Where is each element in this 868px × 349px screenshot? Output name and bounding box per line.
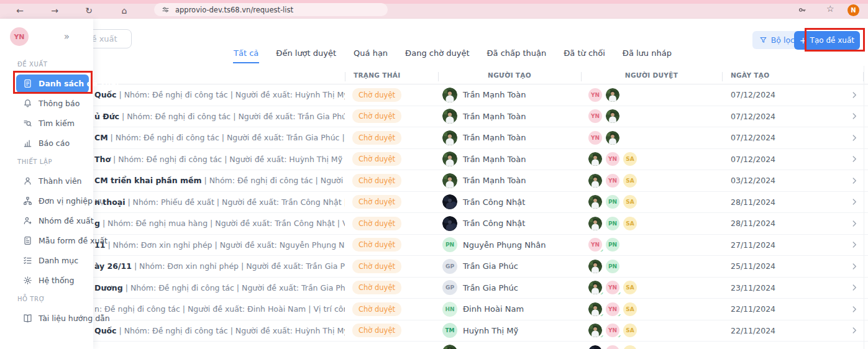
tab-dang-cho-duyet[interactable]: Đang chờ duyệt xyxy=(404,46,470,63)
request-title: Dương | Nhóm: Đề nghị đi công tác | Ngườ… xyxy=(93,283,345,292)
create-button-label: Tạo đề xuất xyxy=(810,36,854,45)
status-cell: Chờ duyệt xyxy=(345,88,438,102)
avatar-initials: PN xyxy=(606,195,619,209)
approvers-cell: YNSA xyxy=(581,174,722,188)
table-row[interactable]: g | Nhóm: Đề nghị mua hàng | Người đề xu… xyxy=(93,213,868,235)
forward-icon[interactable]: → xyxy=(48,4,62,17)
chevron-right-icon[interactable] xyxy=(850,326,859,335)
tab-da-tu-choi[interactable]: Đã từ chối xyxy=(563,46,606,63)
tab-den-luot-duyet[interactable]: Đến lượt duyệt xyxy=(275,46,337,63)
chevron-right-icon[interactable] xyxy=(850,219,859,228)
table-row[interactable]: n: Đề nghị đi công tác | Người đề xuất: … xyxy=(93,299,868,320)
status-cell: Chờ duyệt xyxy=(345,324,438,337)
date-cell: 07/12/2024 xyxy=(722,155,868,164)
table-row[interactable]: Thơ | Nhóm: Đề nghị đi công tác | Người … xyxy=(93,149,868,171)
creator-cell: Trần Công Nhật xyxy=(438,194,581,209)
table-row[interactable]: 11 | Nhóm: Đơn xin nghỉ phép | Người đề … xyxy=(93,235,868,256)
chevron-right-icon[interactable] xyxy=(850,197,859,206)
table-row[interactable]: n thoại | Nhóm: Phiếu đề xuất | Người đề… xyxy=(93,192,868,214)
tab-da-luu-nhap[interactable]: Đã lưu nháp xyxy=(622,46,672,63)
chevron-right-icon[interactable] xyxy=(850,91,859,99)
sidebar-item-bao-cao[interactable]: Báo cáo xyxy=(16,134,89,152)
collapse-sidebar-icon[interactable]: » xyxy=(64,31,70,42)
sidebar-item-don-vi-nghiep-vu[interactable]: Đơn vị nghiệp vụ xyxy=(16,192,89,210)
gear-icon xyxy=(23,276,32,285)
sidebar-item-tai-lieu-huong-dan[interactable]: Tài liệu hướng dẫn xyxy=(16,309,89,327)
avatar-photo xyxy=(588,152,602,166)
sidebar-item-label: Mẫu form đề xuất xyxy=(39,236,107,245)
site-info-icon[interactable] xyxy=(162,6,170,14)
check-icon: ✓ xyxy=(617,291,621,294)
creator-cell: PNNguyễn Phụng Nhân xyxy=(438,237,581,252)
date-cell: 22/11/2024 xyxy=(722,326,868,335)
request-title: CM triển khai phần mềm | Nhóm: Đề nghị đ… xyxy=(93,176,345,185)
password-key-icon[interactable] xyxy=(798,5,807,14)
chevron-right-icon[interactable] xyxy=(850,176,859,185)
avatar-initials: YN xyxy=(588,109,602,123)
home-icon[interactable]: ⌂ xyxy=(117,4,131,17)
creator-name: Trần Mạnh Toàn xyxy=(463,155,526,164)
tab-tat-ca[interactable]: Tất cả xyxy=(233,46,259,63)
date-cell: 07/12/2024 xyxy=(722,90,868,99)
table-body: Quốc | Nhóm: Đề nghị đi công tác | Người… xyxy=(93,84,868,349)
date-cell: 23/11/2024 xyxy=(722,283,868,292)
chevron-right-icon[interactable] xyxy=(850,262,859,271)
table-row[interactable]: Quốc | Nhóm: Đề nghị đi công tác | Người… xyxy=(93,84,868,106)
table-row[interactable]: CM triển khai phần mềm | Nhóm: Đề nghị đ… xyxy=(93,170,868,192)
chevron-right-icon[interactable] xyxy=(850,155,859,163)
table-row[interactable]: Dương | Nhóm: Đề nghị đi công tác | Ngườ… xyxy=(93,278,868,299)
approvers-cell: YN xyxy=(581,109,722,123)
sidebar-item-he-thong[interactable]: Hệ thống xyxy=(16,271,89,289)
table-row[interactable]: YNSA xyxy=(93,342,868,349)
avatar-photo xyxy=(442,194,457,209)
back-icon[interactable]: ← xyxy=(13,4,27,17)
chevron-right-icon[interactable] xyxy=(850,134,859,142)
tab-qua-han[interactable]: Quá hạn xyxy=(353,46,388,63)
table-row[interactable]: CM | Nhóm: Đề nghị đi công tác | Người đ… xyxy=(93,127,868,149)
sidebar-item-label: Thông báo xyxy=(39,99,80,108)
request-title: n thoại | Nhóm: Phiếu đề xuất | Người đề… xyxy=(93,197,345,207)
avatar-initials: SA xyxy=(623,195,637,209)
tab-da-chap-thuan[interactable]: Đã chấp thuận xyxy=(487,46,547,63)
user-avatar[interactable]: YN xyxy=(10,27,29,46)
profile-avatar[interactable]: N xyxy=(847,4,859,16)
status-cell: Chờ duyệt xyxy=(345,260,438,273)
chevron-right-icon[interactable] xyxy=(850,305,859,314)
person-arrow-icon xyxy=(23,216,32,225)
chevron-right-icon[interactable] xyxy=(850,112,859,120)
sidebar-item-label: Danh sách đề xuất xyxy=(39,79,120,88)
table-row[interactable]: ày 26/11 | Nhóm: Đơn xin nghỉ phép | Ngư… xyxy=(93,256,868,278)
sidebar-item-danh-muc[interactable]: Danh mục xyxy=(16,252,89,270)
sidebar-item-thanh-vien[interactable]: Thành viên xyxy=(16,172,89,190)
creator-name: Trần Công Nhật xyxy=(463,219,525,228)
status-badge: Chờ duyệt xyxy=(352,302,401,316)
date-cell: 03/12/2024 xyxy=(722,176,868,185)
created-date: 27/11/2024 xyxy=(731,240,775,250)
table-row[interactable]: ủ Đức | Nhóm: Đề nghị đi công tác | Ngườ… xyxy=(93,106,868,128)
sidebar-item-mau-form-de-xuat[interactable]: Mẫu form đề xuất xyxy=(16,232,89,250)
sidebar-item-tim-kiem[interactable]: Tìm kiếm xyxy=(16,114,89,132)
sidebar-section-label: HỖ TRỢ xyxy=(17,296,93,303)
avatar-initials: SA xyxy=(623,345,637,349)
avatar-initials: YN✓ xyxy=(606,302,619,316)
chevron-right-icon[interactable] xyxy=(850,283,859,292)
bookmark-star-icon[interactable]: ☆ xyxy=(826,4,834,14)
reload-icon[interactable]: ↻ xyxy=(82,4,96,17)
chevron-right-icon[interactable] xyxy=(850,240,859,249)
created-date: 07/12/2024 xyxy=(731,155,775,164)
avatar-photo xyxy=(606,88,619,102)
sidebar-header: YN » xyxy=(0,19,93,46)
check-icon: ✓ xyxy=(617,313,621,316)
table-row[interactable]: Quốc | Nhóm: Đề nghị đi công tác | Người… xyxy=(93,320,868,342)
sidebar-item-nhom-de-xuat[interactable]: Nhóm đề xuất xyxy=(16,212,89,230)
create-request-button[interactable]: + Tạo đề xuất xyxy=(794,31,860,50)
plus-icon: + xyxy=(800,36,807,45)
sidebar-item-thong-bao[interactable]: Thông báo xyxy=(16,94,89,112)
creator-name: Trần Mạnh Toàn xyxy=(463,133,526,142)
sidebar-item-danh-sach-de-xuat[interactable]: Danh sách đề xuất xyxy=(16,75,89,93)
column-header-creator: NGƯỜI TẠO xyxy=(438,71,581,79)
created-date: 25/11/2024 xyxy=(731,261,775,271)
table-header: TRẠNG THÁI NGƯỜI TẠO NGƯỜI DUYỆT NGÀY TẠ… xyxy=(93,66,868,84)
url-bar[interactable]: approvio-dev.ts68.vn/request-list xyxy=(154,3,388,16)
checklist-icon xyxy=(23,256,32,265)
